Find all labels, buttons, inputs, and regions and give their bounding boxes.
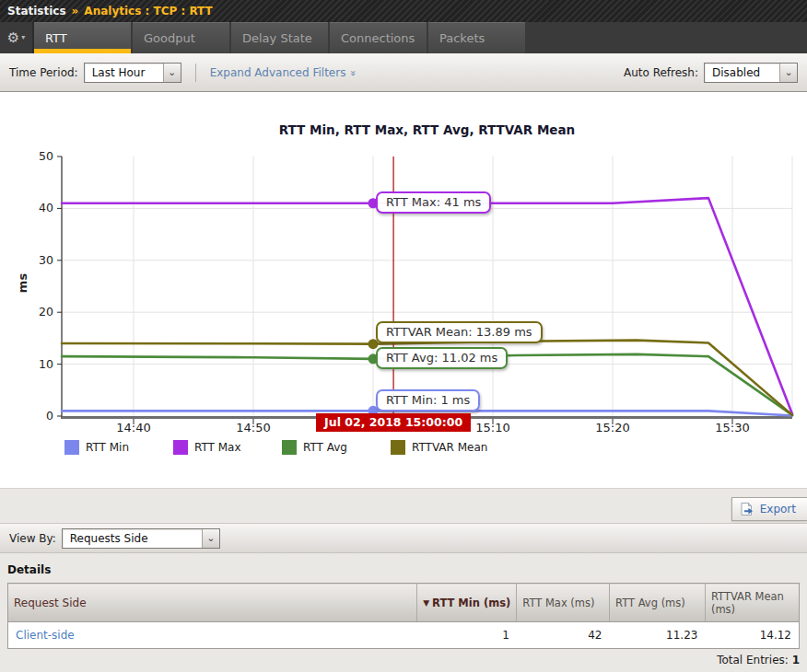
export-label: Export	[760, 503, 796, 516]
tab-label: Delay State	[242, 31, 312, 45]
expand-chevrons-icon: »	[347, 70, 359, 76]
x-axis-tick-label: 15:20	[595, 421, 629, 434]
view-by-select[interactable]: Requests Side ⌄	[62, 528, 220, 549]
y-axis-tick-label: 40	[0, 201, 53, 214]
tab-label: Goodput	[144, 31, 195, 45]
tab-packets[interactable]: Packets	[428, 22, 525, 53]
x-axis-tick-label: 15:10	[475, 421, 509, 434]
legend-swatch-rtt-max	[173, 440, 188, 455]
x-axis-tick-label: 15:30	[715, 421, 749, 434]
column-header-rttvar-mean[interactable]: RTTVAR Mean (ms)	[705, 584, 799, 622]
y-axis-tick-label: 30	[0, 253, 53, 267]
column-header-rtt-min[interactable]: ▼RTT Min (ms)	[417, 584, 517, 622]
legend-swatch-rttvar-mean	[391, 440, 405, 455]
y-axis-label: ms	[16, 273, 29, 293]
total-entries-value: 1	[792, 654, 800, 666]
details-table: Request Side ▼RTT Min (ms) RTT Max (ms) …	[7, 583, 800, 649]
tab-goodput[interactable]: Goodput	[133, 22, 229, 53]
selected-datetime-badge: Jul 02, 2018 15:00:00	[316, 413, 471, 432]
tooltip-rttvar-mean: RTTVAR Mean: 13.89 ms	[376, 321, 543, 343]
expand-advanced-filters-link[interactable]: Expand Advanced Filters»	[210, 66, 357, 79]
active-tab-underline	[34, 49, 131, 53]
column-header-rtt-max[interactable]: RTT Max (ms)	[517, 584, 610, 622]
tooltip-rtt-max: RTT Max: 41 ms	[376, 191, 491, 214]
export-button[interactable]: Export	[731, 497, 807, 521]
time-period-label: Time Period:	[9, 66, 78, 79]
legend-item-rtt-max: RTT Max	[173, 440, 241, 455]
cell-rtt-max: 42	[517, 622, 610, 649]
table-header-row: Request Side ▼RTT Min (ms) RTT Max (ms) …	[8, 584, 800, 622]
details-heading: Details	[7, 563, 800, 576]
chart-title: RTT Min, RTT Max, RTT Avg, RTTVAR Mean	[62, 122, 792, 137]
y-axis-tick-label: 10	[0, 357, 53, 371]
select-caret-icon: ⌄	[779, 64, 797, 82]
y-axis-tick-label: 20	[0, 305, 53, 319]
tab-label: Packets	[439, 31, 485, 45]
total-entries: Total Entries: 1	[7, 654, 800, 666]
auto-refresh-label: Auto Refresh:	[624, 66, 698, 79]
tooltip-rtt-min: RTT Min: 1 ms	[376, 389, 480, 411]
view-by-bar: View By: Requests Side ⌄	[0, 523, 807, 553]
tab-connections[interactable]: Connections	[330, 22, 427, 53]
x-axis-tick-label: 14:40	[116, 421, 150, 434]
auto-refresh-select[interactable]: Disabled ⌄	[704, 63, 798, 83]
tab-delay-state[interactable]: Delay State	[231, 22, 328, 53]
breadcrumb-section[interactable]: Statistics	[7, 5, 66, 17]
column-header-rtt-avg[interactable]: RTT Avg (ms)	[610, 584, 706, 622]
client-side-link[interactable]: Client-side	[16, 629, 75, 642]
cell-rttvar-mean: 14.12	[705, 622, 799, 649]
tab-rtt[interactable]: RTT	[34, 22, 131, 53]
legend-item-rtt-avg: RTT Avg	[282, 440, 347, 455]
auto-refresh-value: Disabled	[705, 64, 779, 82]
breadcrumb: Statistics » Analytics : TCP : RTT	[0, 0, 807, 22]
rtt-chart: RTT Min, RTT Max, RTT Avg, RTTVAR Mean m…	[0, 92, 807, 489]
sort-desc-icon: ▼	[423, 598, 429, 608]
view-by-label: View By:	[9, 532, 56, 545]
details-section: Details Request Side ▼RTT Min (ms) RTT M…	[0, 553, 807, 666]
tab-label: Connections	[341, 31, 415, 45]
legend-item-rttvar-mean: RTTVAR Mean	[391, 440, 487, 455]
tab-bar: ⚙ ▾ RTT Goodput Delay State Connections …	[0, 22, 807, 53]
cell-rtt-avg: 11.23	[610, 622, 706, 649]
filter-bar: Time Period: Last Hour ⌄ Expand Advanced…	[0, 53, 807, 92]
gear-icon: ⚙	[7, 31, 19, 45]
time-period-select[interactable]: Last Hour ⌄	[84, 63, 181, 83]
filter-separator	[195, 64, 196, 82]
export-icon	[741, 503, 754, 516]
column-header-request-side[interactable]: Request Side	[8, 584, 417, 622]
y-axis-tick-label: 50	[0, 149, 53, 163]
table-row: Client-side 1 42 11.23 14.12	[8, 622, 800, 649]
select-caret-icon: ⌄	[163, 64, 181, 82]
tab-label: RTT	[45, 31, 67, 45]
breadcrumb-separator-icon: »	[72, 5, 79, 17]
select-caret-icon: ⌄	[202, 529, 219, 548]
legend-swatch-rtt-avg	[282, 440, 297, 455]
caret-down-icon: ▾	[21, 34, 25, 41]
legend-item-rtt-min: RTT Min	[64, 440, 129, 455]
cell-rtt-min: 1	[417, 622, 517, 649]
export-band: Export	[0, 489, 807, 523]
tooltip-rtt-avg: RTT Avg: 11.02 ms	[376, 347, 508, 369]
settings-gear-button[interactable]: ⚙ ▾	[0, 22, 34, 53]
time-period-value: Last Hour	[85, 64, 163, 82]
view-by-value: Requests Side	[63, 529, 202, 548]
breadcrumb-path: Analytics : TCP : RTT	[84, 5, 212, 17]
y-axis-tick-label: 0	[0, 409, 53, 423]
x-axis-tick-label: 14:50	[236, 421, 270, 434]
legend-swatch-rtt-min	[64, 440, 79, 455]
